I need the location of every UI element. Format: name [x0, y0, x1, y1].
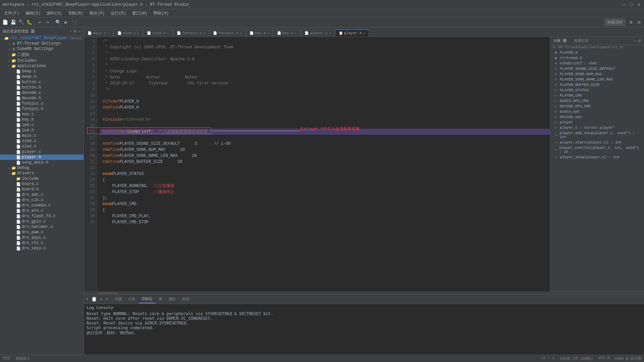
toolbar-btn-new[interactable]: 📄	[1, 19, 9, 26]
sidebar-item[interactable]: 📄drv_rtc.c	[0, 240, 84, 246]
toolbar-btn-build[interactable]: 🔨	[17, 19, 25, 26]
sidebar-item[interactable]: ▸⚙CubeMX Settings	[0, 46, 84, 52]
sidebar-item[interactable]: 📄drv_qspi.c	[0, 235, 84, 240]
sidebar-item[interactable]: 📄drv_pwm.c	[0, 230, 84, 235]
editor-tab[interactable]: 📄main.c✕	[84, 29, 113, 37]
toolbar-btn-undo[interactable]: ↩	[36, 19, 43, 26]
sidebar-item[interactable]: 📄beep.h	[0, 74, 84, 79]
outline-item[interactable]: ▷DECODE_OPS_CMD	[550, 104, 644, 109]
outline-item[interactable]: →player_start(player_t) : int	[550, 140, 644, 145]
outline-item[interactable]: #PLAYER_SOUND_SIZE_DEFAULT	[550, 66, 644, 71]
toolbar-btn-layout[interactable]: ⊟	[635, 19, 643, 26]
sidebar-item[interactable]: 📄beep.c	[0, 69, 84, 74]
sidebar-item[interactable]: ▾📁applications	[0, 63, 84, 69]
sidebar-item[interactable]: 📄led.h	[0, 128, 84, 133]
outline-item[interactable]: ▷player	[550, 120, 644, 125]
bottom-toolbar-btn-3[interactable]: ✕	[99, 296, 103, 303]
tab-close-btn[interactable]: ✕	[203, 31, 205, 35]
bottom-tab[interactable]: 问题	[112, 295, 125, 303]
menu-item[interactable]: 文件(F)	[1, 10, 22, 17]
outline-item[interactable]: ▷PLAYER_STATUS	[550, 87, 644, 93]
menu-item[interactable]: 编辑(E)	[23, 10, 44, 17]
menu-item[interactable]: 导航(N)	[65, 10, 86, 17]
toolbar-btn-debug[interactable]: 🐛	[25, 19, 33, 26]
sidebar-item[interactable]: 📄drv_gpio.c	[0, 219, 84, 224]
outline-item[interactable]: ▷PLAYER_CMD	[550, 93, 644, 98]
bottom-tab[interactable]: 画	[156, 295, 165, 303]
toolbar-btn-save[interactable]: 💾	[9, 19, 17, 26]
sidebar-item[interactable]: 📄drv_adc.c	[0, 192, 84, 197]
sidebar-item[interactable]: 📄main.c	[0, 133, 84, 138]
code-hscrollbar[interactable]	[84, 292, 644, 294]
sidebar-item[interactable]: 📄key.h	[0, 117, 84, 122]
outline-item[interactable]: ▷AUDIO_OPS_CMD	[550, 98, 644, 104]
editor-tab[interactable]: 📄oled.h✕	[143, 29, 173, 37]
tab-close-btn[interactable]: ✕	[240, 31, 242, 35]
outline-item[interactable]: #PLAYER_SONG_NAME_LEN_MAX	[550, 77, 644, 82]
toolbar-btn-stop[interactable]: ⬛	[70, 19, 78, 26]
quick-access-btn[interactable]: 快速访问	[604, 19, 625, 26]
tab-close-btn[interactable]: ✕	[329, 31, 331, 35]
sidebar-item[interactable]: 📄song_data.h	[0, 160, 84, 165]
outline-item[interactable]: ▷audio_ops	[550, 109, 644, 114]
editor-tab[interactable]: 📋player.h✕	[335, 29, 369, 37]
minimize-btn[interactable]: ─	[622, 2, 627, 7]
bottom-toolbar-btn-2[interactable]: 📋	[91, 296, 98, 303]
bottom-content[interactable]: Log ConsoleReset type NORMAL: Resets cor…	[84, 304, 644, 355]
sidebar-item[interactable]: 📄button.h	[0, 85, 84, 90]
sidebar-item[interactable]: 📁include	[0, 176, 84, 181]
toolbar-btn-grid[interactable]: ⊞	[627, 19, 635, 26]
sidebar-item[interactable]: 📄led.c	[0, 122, 84, 128]
sidebar-item[interactable]: 📄player.c	[0, 149, 84, 155]
outline-item[interactable]: ●oledprintf : char	[550, 61, 644, 66]
outline-item[interactable]: #PLAYER_SONG_NUM_MAX	[550, 71, 644, 77]
outline-item[interactable]: ▷decode_ops	[550, 114, 644, 120]
sidebar-item[interactable]: ▸⚙RT-Thread Settings	[0, 41, 84, 46]
tab-close-btn[interactable]: ✕	[267, 31, 269, 35]
outline-item[interactable]: ■PLAYER_H	[550, 50, 644, 55]
maximize-btn[interactable]: □	[629, 2, 634, 7]
toolbar-btn-redo[interactable]: ↪	[44, 19, 51, 26]
sidebar-item[interactable]: ▾📁rtt_stm32f407_BeepPlayer[Activ…	[0, 36, 84, 41]
sidebar-item[interactable]: ▸📁Debug	[0, 165, 84, 171]
menu-item[interactable]: 源码(S)	[44, 10, 65, 17]
outline-item[interactable]: ◆rtthread.h	[550, 55, 644, 61]
editor-tab[interactable]: 📄oled.c✕	[114, 29, 143, 37]
sidebar-item[interactable]: 📄decode.c	[0, 90, 84, 96]
bottom-tab[interactable]: 属性	[166, 295, 178, 303]
editor-tab[interactable]: 📄player.c✕	[301, 29, 335, 37]
editor-tab[interactable]: 📄key.c✕	[273, 29, 301, 37]
editor-tab[interactable]: 📄fontpic.c✕	[173, 29, 209, 37]
sidebar-item[interactable]: ▸📁Includes	[0, 58, 84, 63]
sidebar-item[interactable]: 📄drv_hwtimer.c	[0, 224, 84, 230]
tab-close-btn[interactable]: ✕	[137, 31, 139, 35]
bottom-tab[interactable]: 控制台	[139, 295, 155, 303]
outline-item[interactable]: #PLAYER_BUFFER_SIZE	[550, 82, 644, 87]
sidebar-item[interactable]: 📄board.h	[0, 187, 84, 192]
sidebar-item[interactable]: 📄drv_flash_f4.c	[0, 214, 84, 219]
tab-close-btn[interactable]: ✕	[295, 31, 297, 35]
bottom-tab[interactable]: 终端	[179, 295, 192, 303]
sidebar-item[interactable]: 📄fontpic.c	[0, 101, 84, 106]
sidebar-item[interactable]: ▾📁drivers	[0, 171, 84, 176]
outline-item[interactable]: →player_add_song(player_t, void*) : int	[550, 130, 644, 140]
sidebar-item[interactable]: 📄drv_eth.c	[0, 208, 84, 214]
editor-tab[interactable]: 📄key.h✕	[246, 29, 273, 37]
close-btn[interactable]: ✕	[637, 2, 641, 7]
tab-close-btn[interactable]: ✕	[167, 31, 169, 35]
sidebar-item[interactable]: 📄decode.h	[0, 96, 84, 101]
menu-item[interactable]: 运行(R)	[108, 10, 129, 17]
sidebar-item[interactable]: 📄oled.h	[0, 144, 84, 149]
editor-tab[interactable]: 📄fontpic.h✕	[209, 29, 245, 37]
sidebar-item[interactable]: ▸📁二进制	[0, 52, 84, 58]
sidebar-item[interactable]: 📄drv_clk.c	[0, 197, 84, 203]
sidebar-item[interactable]: 📄board.c	[0, 181, 84, 187]
bottom-toolbar-btn-4[interactable]: ⬆	[105, 296, 109, 303]
tab-close-btn[interactable]: ✕	[363, 31, 365, 35]
toolbar-btn-search[interactable]: 🔍	[54, 19, 62, 26]
outline-item[interactable]: ▷player_t : struct player*	[550, 125, 644, 130]
tab-close-btn[interactable]: ✕	[108, 31, 110, 35]
menu-item[interactable]: 项目(P)	[87, 10, 107, 17]
sidebar-item[interactable]: 📄oled.c	[0, 138, 84, 144]
sidebar-item[interactable]: 📄drv_sdio.c	[0, 246, 84, 251]
